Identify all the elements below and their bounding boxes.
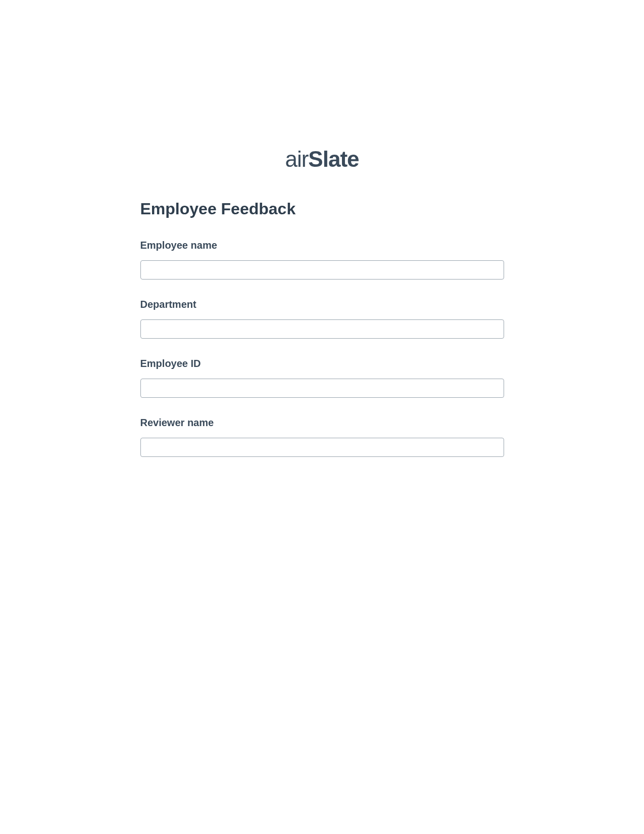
logo-part1: air (285, 147, 308, 171)
field-reviewer-name: Reviewer name (140, 417, 504, 457)
form-title: Employee Feedback (140, 200, 504, 218)
input-department[interactable] (140, 319, 504, 339)
field-employee-name: Employee name (140, 240, 504, 280)
logo-text: airSlate (285, 147, 359, 171)
logo: airSlate (140, 147, 504, 172)
field-employee-id: Employee ID (140, 358, 504, 398)
label-employee-id: Employee ID (140, 358, 504, 369)
label-department: Department (140, 299, 504, 310)
label-reviewer-name: Reviewer name (140, 417, 504, 429)
form-container: airSlate Employee Feedback Employee name… (140, 0, 504, 457)
field-department: Department (140, 299, 504, 339)
input-employee-name[interactable] (140, 260, 504, 280)
logo-part2: Slate (308, 147, 359, 171)
input-reviewer-name[interactable] (140, 438, 504, 457)
input-employee-id[interactable] (140, 379, 504, 398)
label-employee-name: Employee name (140, 240, 504, 251)
